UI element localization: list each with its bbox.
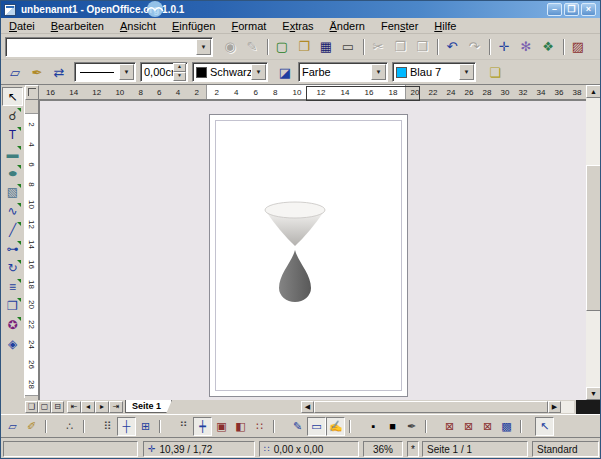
- maximize-button[interactable]: ❐: [564, 3, 579, 16]
- dropdown-arrow-icon[interactable]: ▼: [459, 64, 474, 80]
- status-position-panel[interactable]: ✛ 10,39 / 1,72: [143, 441, 255, 457]
- last-page-button[interactable]: ⇥: [109, 401, 123, 413]
- connector-tool[interactable]: ⊶: [2, 239, 23, 258]
- spin-up-icon[interactable]: ▲: [173, 63, 186, 72]
- page[interactable]: [209, 114, 408, 397]
- snap-object-border-icon[interactable]: ◧: [231, 417, 250, 436]
- contour-mode-icon[interactable]: ⊠: [459, 417, 478, 436]
- vertical-scrollbar-thumb[interactable]: [586, 165, 601, 311]
- curve-tool[interactable]: ∿: [2, 201, 23, 220]
- dropdown-arrow-icon[interactable]: ▼: [119, 64, 134, 80]
- dropdown-arrow-icon[interactable]: ▼: [371, 64, 386, 80]
- vertical-scrollbar[interactable]: ▲ ▼: [586, 85, 601, 400]
- glue-points-icon[interactable]: ✐: [22, 417, 41, 436]
- area-style-button[interactable]: ◪: [274, 61, 296, 83]
- scroll-down-button[interactable]: ▼: [586, 387, 601, 400]
- spin-down-icon[interactable]: ▼: [173, 72, 186, 81]
- menu-format[interactable]: Format: [223, 19, 274, 33]
- first-page-button[interactable]: ⇤: [67, 401, 81, 413]
- line-style-combobox[interactable]: ▼: [74, 62, 136, 82]
- snap-helplines-icon[interactable]: ┿: [193, 417, 212, 436]
- scroll-right-button[interactable]: ▶: [548, 401, 561, 413]
- modify-with-attributes-icon[interactable]: ✒: [402, 417, 421, 436]
- next-page-button[interactable]: ▸: [95, 401, 109, 413]
- new-document-icon[interactable]: ▢: [271, 36, 293, 58]
- zoom-icon[interactable]: ✻: [515, 36, 537, 58]
- 3d-controller-tool[interactable]: ◈: [2, 334, 23, 353]
- arrow-style-icon[interactable]: ⇄: [48, 61, 70, 83]
- select-visible-icon[interactable]: ↖: [535, 417, 554, 436]
- line-color-combobox[interactable]: Schwarz ▼: [192, 62, 268, 82]
- snap-margins-icon[interactable]: ▣: [212, 417, 231, 436]
- effects-tool[interactable]: ✪: [2, 315, 23, 334]
- menu-datei[interactable]: Datei: [1, 19, 43, 33]
- edit-points-icon[interactable]: ▱: [4, 61, 26, 83]
- gallery-icon[interactable]: ❖: [537, 36, 559, 58]
- quick-edit-icon[interactable]: ✎: [288, 417, 307, 436]
- window-resize-corner[interactable]: [576, 400, 601, 414]
- alignment-tool[interactable]: ≡: [2, 277, 23, 296]
- show-helplines-icon[interactable]: ┼: [117, 417, 136, 436]
- rotate-tool[interactable]: ↻: [2, 258, 23, 277]
- menu-hilfe[interactable]: Hilfe: [426, 19, 464, 33]
- select-text-area-icon[interactable]: ▭: [307, 417, 326, 436]
- save-document-icon[interactable]: ▦: [315, 36, 337, 58]
- drawing-canvas[interactable]: [39, 100, 586, 400]
- menu-ansicht[interactable]: Ansicht: [112, 19, 164, 33]
- select-tool[interactable]: ↖: [2, 87, 23, 106]
- close-button[interactable]: ×: [581, 3, 596, 16]
- undo-icon[interactable]: ↶: [441, 36, 463, 58]
- status-template-panel[interactable]: Standard: [532, 441, 599, 457]
- edit-points-mode-icon[interactable]: ▱: [3, 417, 22, 436]
- dropdown-arrow-icon[interactable]: ▼: [196, 39, 211, 55]
- rotation-mode-icon[interactable]: ∴: [60, 417, 79, 436]
- fill-style-combobox[interactable]: Farbe ▼: [298, 62, 388, 82]
- large-handles-icon[interactable]: ■: [383, 417, 402, 436]
- snap-object-points-icon[interactable]: ∷: [250, 417, 269, 436]
- shadow-button[interactable]: ❏: [484, 61, 506, 83]
- layer-mode-button-2[interactable]: ▢: [38, 401, 51, 413]
- snap-grid-icon[interactable]: ⠛: [174, 417, 193, 436]
- menu-fenster[interactable]: Fenster: [373, 19, 426, 33]
- line-contour-icon[interactable]: ▩: [497, 417, 516, 436]
- previous-page-button[interactable]: ◂: [81, 401, 95, 413]
- menu-einfuegen[interactable]: Einfügen: [164, 19, 223, 33]
- picture-placeholder-icon[interactable]: ⊠: [440, 417, 459, 436]
- text-placeholder-icon[interactable]: ⊠: [478, 417, 497, 436]
- simple-handles-icon[interactable]: ▪: [364, 417, 383, 436]
- status-zoom-panel[interactable]: 36%: [363, 441, 403, 457]
- scroll-left-button[interactable]: ◀: [301, 401, 314, 413]
- navigator-icon[interactable]: ✛: [493, 36, 515, 58]
- status-page-panel[interactable]: Seite 1 / 1: [422, 441, 528, 457]
- status-size-panel[interactable]: ∷ 0,00 x 0,00: [259, 441, 359, 457]
- page-tab[interactable]: Seite 1: [125, 400, 172, 413]
- url-combobox[interactable]: ▼: [5, 37, 213, 57]
- bitmap-icon[interactable]: ▨: [567, 36, 589, 58]
- menu-aendern[interactable]: Ändern: [322, 19, 373, 33]
- page-tab-bar: ❑ ▢ ⊟ ⇤ ◂ ▸ ⇥ Seite 1 ◀ ▶: [1, 400, 601, 414]
- menu-extras[interactable]: Extras: [274, 19, 321, 33]
- double-click-edit-text-icon[interactable]: ✍: [326, 417, 345, 436]
- menu-bearbeiten[interactable]: Bearbeiten: [43, 19, 112, 33]
- text-tool[interactable]: T: [2, 125, 23, 144]
- ellipse-tool[interactable]: ●: [2, 163, 23, 182]
- lines-arrows-tool[interactable]: ╱: [2, 220, 23, 239]
- open-document-icon[interactable]: ❐: [293, 36, 315, 58]
- fill-color-combobox[interactable]: Blau 7 ▼: [392, 62, 476, 82]
- layer-mode-button-3[interactable]: ⊟: [51, 401, 64, 413]
- arrange-tool[interactable]: ❐: [2, 296, 23, 315]
- 3d-objects-tool[interactable]: ▧: [2, 182, 23, 201]
- print-icon[interactable]: ▭: [337, 36, 359, 58]
- scroll-up-button[interactable]: ▲: [586, 85, 601, 98]
- show-grid-icon[interactable]: ⠿: [98, 417, 117, 436]
- use-grid-icon[interactable]: ⊞: [136, 417, 155, 436]
- line-width-field[interactable]: 0,00cm ▲ ▼: [140, 62, 188, 82]
- rectangle-tool[interactable]: ▬: [2, 144, 23, 163]
- dropdown-arrow-icon[interactable]: ▼: [251, 64, 266, 80]
- horizontal-scrollbar-thumb[interactable]: [314, 401, 548, 413]
- horizontal-scrollbar[interactable]: ◀ ▶: [301, 401, 574, 413]
- line-dialog-icon[interactable]: ✒: [26, 61, 48, 83]
- zoom-tool[interactable]: ☌: [2, 106, 23, 125]
- layer-mode-button-1[interactable]: ❑: [25, 401, 38, 413]
- minimize-button[interactable]: –: [547, 3, 562, 16]
